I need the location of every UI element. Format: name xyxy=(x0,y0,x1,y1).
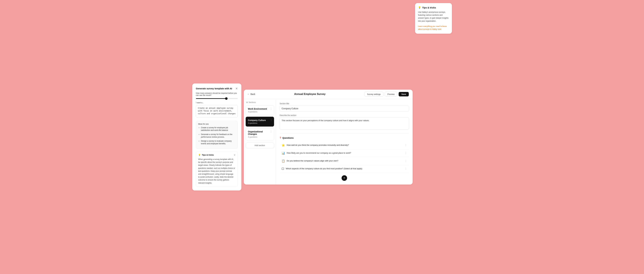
ideas-label: Ideas for you xyxy=(198,123,236,125)
chevron-down-icon: ∨ xyxy=(234,154,236,156)
top-nav: ← Back Annual Employee Survey Survey set… xyxy=(244,90,412,99)
question-text-4: Which aspects of the company culture do … xyxy=(286,167,403,170)
section-card-count-2: 4 questions xyxy=(248,122,272,124)
section-menu-icon-3[interactable]: ⋮ xyxy=(270,130,272,133)
tips-header-left-content: 💡 Tips & tricks xyxy=(198,154,214,156)
section-card-count-1: 4 questions xyxy=(248,111,272,113)
idea-text-3: Design a survey to evaluate company even… xyxy=(201,140,236,145)
question-menu-3[interactable]: ⋮ xyxy=(405,160,407,162)
section-title-label: Section title xyxy=(280,102,409,105)
slider-track xyxy=(196,98,238,99)
section-title-group: Section title xyxy=(280,102,409,111)
question-item-4: ☐ Which aspects of the company culture d… xyxy=(280,165,409,173)
ai-generator-panel: Generate survey template with AI ✕ How m… xyxy=(192,83,241,190)
ideas-box: Ideas for you ✦ Create a survey for empl… xyxy=(196,121,238,149)
question-menu-2[interactable]: ⋮ xyxy=(405,152,407,155)
main-panel: ← Back Annual Employee Survey Survey set… xyxy=(244,90,412,185)
i-want-label: I want a... xyxy=(196,102,238,104)
right-tips-text: Use Hailey's anonymous surveys, featurin… xyxy=(418,11,449,23)
sparkle-icon-3: ✦ xyxy=(198,140,200,143)
questions-list: ⭐ How well do you think the company prom… xyxy=(280,142,409,173)
sections-icon: ⊞ xyxy=(246,101,248,103)
tips-content-left: When generating a survey template with A… xyxy=(198,158,236,185)
section-menu-icon-1[interactable]: ⋮ xyxy=(270,107,272,110)
prompt-textarea[interactable]: Create an annual employee survey with fo… xyxy=(196,105,238,117)
sparkle-icon-1: ✦ xyxy=(198,126,200,129)
close-button[interactable]: ✕ xyxy=(236,87,238,90)
question-icon-4: ☐ xyxy=(282,167,284,171)
add-question-button[interactable]: + xyxy=(342,175,347,181)
sections-sidebar: ⊞ Sections Work Environment 4 questions … xyxy=(244,99,276,185)
idea-text-1: Create a survey for employee job satisfa… xyxy=(201,126,236,132)
save-button[interactable]: Save xyxy=(399,92,409,96)
question-text-1: How well do you think the company promot… xyxy=(287,144,403,147)
question-icon-2: 📊 xyxy=(282,152,285,155)
section-card-title-1: Work Environment xyxy=(248,108,272,110)
question-icon-1: ⭐ xyxy=(282,144,285,147)
ai-generator-title: Generate survey template with AI xyxy=(196,87,232,90)
section-describe-group: Describe the section This section focuse… xyxy=(280,114,409,130)
question-item-2: 📊 How likely are you to recommend our co… xyxy=(280,149,409,157)
idea-item-3[interactable]: ✦ Design a survey to evaluate company ev… xyxy=(198,140,236,145)
tips-title-left: Tips & tricks xyxy=(202,154,214,156)
section-card-org-changes[interactable]: Organizational Changes 4 questions ⋮ xyxy=(246,128,274,141)
section-divider xyxy=(280,133,409,133)
survey-settings-button[interactable]: Survey settings xyxy=(364,92,383,97)
question-text-2: How likely are you to recommend our comp… xyxy=(287,152,403,154)
question-item-3: 📋 Do you believe the company's values al… xyxy=(280,157,409,165)
section-card-work-environment[interactable]: Work Environment 4 questions ⋮ xyxy=(246,105,274,115)
back-arrow-icon: ← xyxy=(248,93,250,95)
tips-header-left[interactable]: 💡 Tips & tricks ∨ xyxy=(198,154,236,156)
section-title-input[interactable] xyxy=(280,106,409,111)
questions-header: ? Questions xyxy=(280,136,409,139)
slider-label: How many answers should be required befo… xyxy=(196,92,238,96)
section-card-title-3: Organizational Changes xyxy=(248,130,272,135)
question-mark-icon: ? xyxy=(280,136,281,139)
idea-text-2: Generate a survey for feedback on the pe… xyxy=(201,133,236,139)
sections-label-text: Sections xyxy=(249,101,256,103)
question-menu-1[interactable]: ⋮ xyxy=(405,144,407,147)
slider-container xyxy=(196,98,238,99)
idea-item-1[interactable]: ✦ Create a survey for employee job satis… xyxy=(198,126,236,132)
question-icon-3: 📋 xyxy=(282,159,285,163)
right-tips-link[interactable]: Learn everything you need to know about … xyxy=(418,25,447,30)
left-panel-header: Generate survey template with AI ✕ xyxy=(196,87,238,90)
nav-actions: Survey settings Preview Save xyxy=(364,92,409,97)
slider-thumb[interactable] xyxy=(225,97,228,100)
lightbulb-icon-right: 💡 xyxy=(418,6,421,9)
section-card-count-3: 4 questions xyxy=(248,136,272,138)
slider-group: How many answers should be required befo… xyxy=(196,92,238,99)
section-menu-icon-2[interactable]: ⋮ xyxy=(270,119,272,122)
slider-fill xyxy=(196,98,226,99)
main-edit-content: Section title Describe the section This … xyxy=(276,99,412,185)
question-text-3: Do you believe the company's values alig… xyxy=(287,160,403,162)
add-section-button[interactable]: Add section xyxy=(246,143,274,148)
tips-panel-right: 💡 Tips & tricks Use Hailey's anonymous s… xyxy=(415,3,452,34)
section-card-company-culture[interactable]: Company Culture 4 questions ⋮ xyxy=(246,117,274,126)
lightbulb-icon-left: 💡 xyxy=(198,154,201,156)
section-describe-label: Describe the section xyxy=(280,114,409,116)
prompt-group: I want a... Create an annual employee su… xyxy=(196,102,238,118)
question-item-1: ⭐ How well do you think the company prom… xyxy=(280,142,409,149)
back-label: Back xyxy=(250,93,255,95)
back-button[interactable]: ← Back xyxy=(248,93,255,95)
right-tips-header: 💡 Tips & tricks xyxy=(418,6,449,9)
sections-label: ⊞ Sections xyxy=(246,101,274,103)
right-tips-title: Tips & tricks xyxy=(422,6,436,9)
section-describe-textarea[interactable]: This section focuses on your perceptions… xyxy=(280,117,409,130)
add-question-container: + xyxy=(280,175,409,181)
tips-section-left: 💡 Tips & tricks ∨ When generating a surv… xyxy=(196,151,238,187)
questions-label: Questions xyxy=(282,136,294,139)
sparkle-icon-2: ✦ xyxy=(198,133,200,136)
content-area: ⊞ Sections Work Environment 4 questions … xyxy=(244,99,412,185)
preview-button[interactable]: Preview xyxy=(385,92,397,97)
question-menu-4[interactable]: ⋮ xyxy=(405,167,407,170)
idea-item-2[interactable]: ✦ Generate a survey for feedback on the … xyxy=(198,133,236,139)
survey-title: Annual Employee Survey xyxy=(294,93,326,96)
section-card-title-2: Company Culture xyxy=(248,119,272,121)
